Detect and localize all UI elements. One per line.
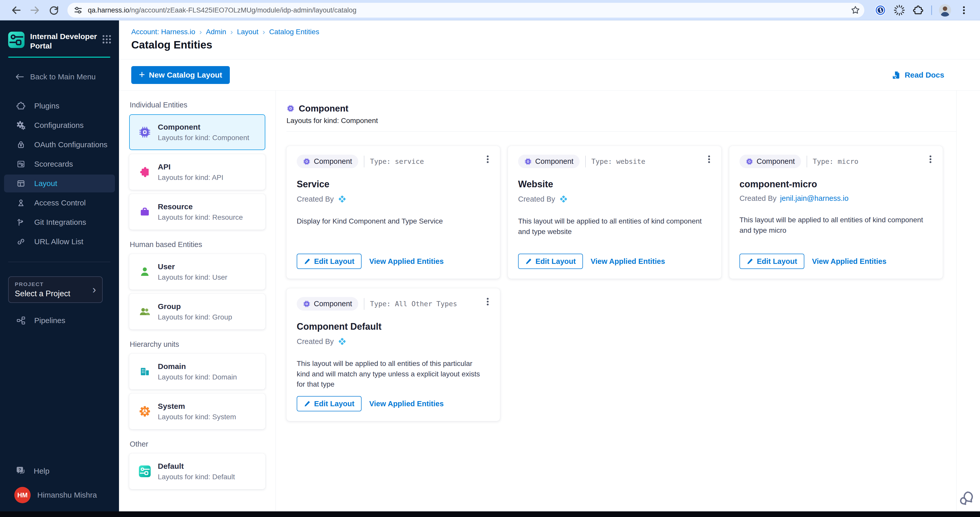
main-area: Account: Harness.io › Admin › Layout › C…: [119, 21, 980, 511]
sidebar-item-label: URL Allow List: [34, 237, 83, 246]
kind-badge-label: Component: [314, 157, 352, 166]
entity-item-component[interactable]: Component Layouts for kind: Component: [129, 114, 265, 150]
back-label: Back to Main Menu: [30, 73, 96, 81]
harness-logo-icon: [337, 194, 347, 204]
project-selector[interactable]: PROJECT Select a Project ›: [8, 276, 103, 303]
entity-name: System: [158, 402, 236, 411]
briefcase-icon: [138, 205, 151, 218]
card-title: component-micro: [740, 179, 932, 190]
site-settings-icon[interactable]: [73, 5, 83, 15]
chat-widget-icon[interactable]: [957, 488, 975, 507]
card-title: Component Default: [297, 321, 490, 332]
sidebar-item-pipelines[interactable]: Pipelines: [4, 312, 115, 330]
app-frame: Internal Developer Portal Back to Main M…: [0, 21, 980, 511]
breadcrumb-account[interactable]: Account: Harness.io: [131, 28, 195, 36]
edit-layout-button[interactable]: Edit Layout: [297, 396, 361, 411]
refresh-icon[interactable]: [47, 3, 61, 17]
entity-item-api[interactable]: API Layouts for kind: API: [129, 154, 265, 190]
sidebar-item-oauth-configurations[interactable]: OAuth Configurations: [4, 136, 115, 154]
project-label: PROJECT: [15, 281, 70, 287]
sidebar-item-access-control[interactable]: Access Control: [4, 194, 115, 212]
sidebar-item-url-allow-list[interactable]: URL Allow List: [4, 233, 115, 251]
browser-menu-icon[interactable]: [957, 3, 971, 17]
breadcrumb-admin[interactable]: Admin: [206, 28, 226, 36]
edit-layout-button[interactable]: Edit Layout: [297, 254, 361, 269]
badge-divider: [364, 298, 364, 310]
breadcrumb-catalog-entities[interactable]: Catalog Entities: [269, 28, 319, 36]
entity-name: Domain: [158, 362, 237, 371]
kebab-menu-icon[interactable]: [703, 152, 715, 166]
accent-rule: [8, 57, 110, 58]
entity-desc: Layouts for kind: Default: [158, 473, 235, 481]
creator-link[interactable]: jenil.jain@harness.io: [780, 194, 848, 203]
layout-card-website: Component Type: website Website Created …: [508, 146, 721, 279]
back-to-main-menu[interactable]: Back to Main Menu: [0, 73, 119, 81]
group-label-other: Other: [130, 440, 265, 448]
kebab-menu-icon[interactable]: [482, 152, 493, 166]
user-menu[interactable]: HM Himanshu Mishra: [0, 487, 119, 503]
kebab-menu-icon[interactable]: [482, 295, 493, 308]
card-description: This layout will be applied to all entit…: [297, 358, 483, 390]
user-icon: [138, 265, 151, 278]
onepassword-icon[interactable]: [873, 3, 887, 17]
toolbar: + New Catalog Layout Read Docs: [119, 59, 980, 90]
sidebar-item-configurations[interactable]: Configurations: [4, 116, 115, 134]
entity-desc: Layouts for kind: Group: [158, 313, 232, 321]
extension-burst-icon[interactable]: [892, 3, 906, 17]
view-applied-entities-link[interactable]: View Applied Entities: [812, 257, 886, 266]
entity-item-group[interactable]: Group Layouts for kind: Group: [129, 294, 265, 330]
entity-item-system[interactable]: System Layouts for kind: System: [129, 393, 265, 429]
edit-layout-button[interactable]: Edit Layout: [518, 254, 583, 269]
breadcrumb: Account: Harness.io › Admin › Layout › C…: [131, 27, 980, 36]
breadcrumb-layout[interactable]: Layout: [237, 28, 258, 36]
breadcrumb-separator: ›: [199, 27, 202, 36]
sidebar-item-scorecards[interactable]: Scorecards: [4, 155, 115, 173]
card-description: This layout will be applied to all entit…: [518, 216, 705, 237]
view-applied-entities-link[interactable]: View Applied Entities: [369, 257, 444, 266]
entity-item-default[interactable]: Default Layouts for kind: Default: [129, 454, 265, 489]
project-value: Select a Project: [15, 289, 70, 298]
content: Individual Entities Component Layouts fo…: [119, 90, 980, 511]
kind-badge: Component: [297, 297, 358, 311]
entity-item-resource[interactable]: Resource Layouts for kind: Resource: [129, 194, 265, 230]
sidebar-item-git-integrations[interactable]: Git Integrations: [4, 213, 115, 231]
profile-avatar[interactable]: [938, 3, 952, 17]
kebab-menu-icon[interactable]: [925, 152, 936, 166]
group-label-human: Human based Entities: [130, 240, 265, 249]
module-grid-icon[interactable]: [102, 35, 111, 44]
entity-item-domain[interactable]: Domain Layouts for kind: Domain: [129, 354, 265, 389]
user-avatar: HM: [14, 487, 31, 503]
badge-divider: [807, 155, 807, 167]
back-icon[interactable]: [9, 3, 23, 17]
sidebar-item-layout[interactable]: Layout: [4, 174, 115, 192]
arrow-left-icon: [15, 73, 24, 80]
view-applied-entities-link[interactable]: View Applied Entities: [369, 400, 444, 408]
entity-item-user[interactable]: User Layouts for kind: User: [129, 254, 265, 290]
group-label-individual: Individual Entities: [130, 101, 265, 109]
idp-logo-icon: [138, 465, 151, 478]
url-bar[interactable]: qa.harness.io/ng/account/zEaak-FLS425IEO…: [67, 3, 864, 17]
sidebar-item-plugins[interactable]: Plugins: [4, 97, 115, 115]
harness-logo-icon: [337, 336, 347, 346]
edit-layout-button[interactable]: Edit Layout: [740, 254, 804, 269]
edit-layout-label: Edit Layout: [757, 257, 797, 266]
sidebar-item-label: Plugins: [34, 101, 59, 110]
chevron-right-icon: ›: [92, 284, 96, 295]
read-docs-link[interactable]: Read Docs: [892, 70, 944, 79]
help-button[interactable]: ? Help: [0, 465, 119, 477]
forward-icon[interactable]: [28, 3, 42, 17]
extensions-puzzle-icon[interactable]: [911, 3, 925, 17]
card-description: This layout will be applied to all entit…: [740, 215, 926, 236]
idp-logo-icon: [8, 32, 24, 48]
bottom-strip: [0, 511, 980, 517]
new-catalog-layout-button[interactable]: + New Catalog Layout: [131, 66, 230, 84]
new-catalog-layout-label: New Catalog Layout: [149, 71, 222, 79]
app-title: Internal Developer Portal: [30, 32, 97, 51]
screen: qa.harness.io/ng/account/zEaak-FLS425IEO…: [0, 0, 980, 517]
read-docs-label: Read Docs: [905, 71, 944, 79]
git-branch-icon: [16, 217, 26, 227]
bookmark-star-icon[interactable]: [850, 5, 861, 16]
edit-layout-label: Edit Layout: [535, 257, 576, 266]
view-applied-entities-link[interactable]: View Applied Entities: [590, 257, 665, 266]
building-icon: [138, 365, 151, 378]
